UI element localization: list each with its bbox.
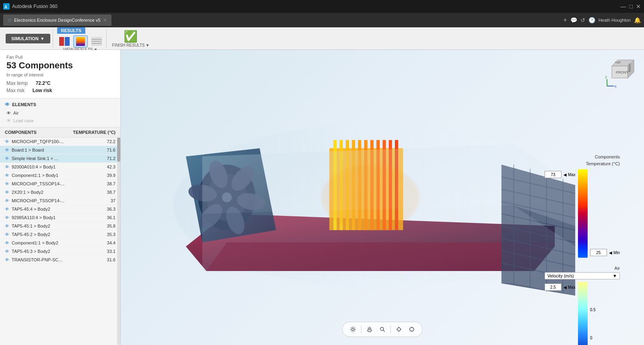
component-row[interactable]: 👁 Component1:1 > Body1 39.9 [0, 171, 120, 180]
summary-title: 53 Components [6, 60, 114, 71]
results-tab[interactable]: RESULTS [57, 27, 86, 34]
finish-results-label: FINISH RESULTS ▼ [112, 43, 150, 47]
velocity-max-input[interactable] [545, 283, 561, 291]
user-name: Heath Houghton [599, 18, 631, 23]
refresh-icon[interactable]: ↺ [580, 17, 585, 23]
clock-icon[interactable]: 🕐 [588, 17, 595, 23]
component-row[interactable]: 👁 Board:1 > Board 71.6 [0, 146, 120, 154]
pan-btn[interactable] [364, 324, 375, 335]
new-tab-btn[interactable]: + [564, 16, 567, 24]
component-row[interactable]: 👁 Simple Heat Sink:1 > ... 71.2 [0, 154, 120, 163]
component-row[interactable]: 👁 TAP5-45:4 > Body2 36.3 [0, 205, 120, 214]
max-risk-value: Low risk [33, 88, 52, 93]
comp-eye-icon: 👁 [5, 148, 9, 152]
elements-eye-icon: 👁 [5, 102, 10, 107]
comp-name-label: TAP5-45:4 > Body2 [12, 207, 50, 212]
comp-eye-icon: 👁 [5, 249, 9, 254]
air-eye-icon: 👁 [6, 111, 11, 115]
element-load-case[interactable]: 👁 Load case [5, 117, 116, 124]
comp-temp: 37 [111, 198, 116, 203]
3d-model [145, 82, 596, 321]
comp-eye-icon: 👁 [5, 240, 9, 245]
result-lines-btn[interactable] [89, 35, 104, 47]
component-row[interactable]: 👁 MICROCHIP_TSSOP14-... 38.7 [0, 180, 120, 188]
component-row[interactable]: 👁 92985A110:4 > Body1 36.1 [0, 214, 120, 222]
maximize-btn[interactable]: □ [630, 3, 633, 10]
velocity-max-label: Max [568, 285, 576, 290]
comp-eye-icon: 👁 [5, 190, 9, 195]
comp-eye-icon: 👁 [5, 164, 9, 169]
nav-cube-svg: FRONT TOP RIGHT X Z [604, 58, 636, 90]
comp-name: 👁 92985A110:4 > Body1 [5, 215, 107, 220]
components-list[interactable]: 👁 MICROCHIP_TQFP100-... 72.2 👁 Board:1 >… [0, 138, 120, 345]
temp-min-row: ◀ Min [590, 249, 620, 256]
minimize-btn[interactable]: — [621, 3, 626, 10]
component-row[interactable]: 👁 TAP5-45:1 > Body2 35.8 [0, 222, 120, 230]
scrollbar-thumb [117, 138, 120, 162]
svg-rect-4 [76, 37, 85, 46]
result-gradient-btn[interactable] [73, 35, 88, 47]
component-row[interactable]: 👁 TAP5-45:3 > Body2 33.1 [0, 247, 120, 256]
component-row[interactable]: 👁 92000A010:4 > Body1 42.3 [0, 163, 120, 171]
elements-header: 👁 ELEMENTS [5, 102, 116, 107]
load-case-label: Load case [13, 118, 34, 123]
comp-temp: 36.1 [107, 215, 116, 220]
display-settings-btn[interactable] [347, 324, 359, 335]
comp-eye-icon: 👁 [5, 257, 9, 262]
temp-max-arrow: ◀ [564, 172, 567, 177]
comp-name: 👁 2X20:1 > Body2 [5, 190, 107, 195]
element-air[interactable]: 👁 Air [5, 110, 116, 116]
magnify-icon [379, 326, 386, 333]
chat-icon[interactable]: 💬 [570, 17, 577, 23]
zoom-btn[interactable] [377, 324, 388, 335]
temp-gradient-bar [578, 169, 588, 258]
more-btn[interactable] [406, 324, 417, 335]
fit-icon [396, 326, 402, 333]
component-row[interactable]: 👁 MICROCHIP_TSSOP14-... 37 [0, 197, 120, 205]
svg-rect-3 [65, 37, 70, 46]
bottom-toolbar [342, 322, 423, 337]
comp-name: 👁 TAP5-45:1 > Body2 [5, 224, 107, 228]
temp-legend-title: Components [545, 154, 620, 159]
component-row[interactable]: 👁 TRANSISTOR-PNP-SC... 31.6 [0, 256, 120, 264]
svg-point-57 [397, 328, 400, 331]
comp-name: 👁 TRANSISTOR-PNP-SC... [5, 257, 107, 262]
velocity-dropdown[interactable]: Velocity (m/s) ▼ [545, 272, 620, 279]
window-controls: — □ ✕ [621, 3, 641, 10]
temp-min-label: Min [613, 251, 620, 255]
component-row[interactable]: 👁 Component1:1 > Body2 34.4 [0, 239, 120, 247]
app-name: Autodesk Fusion 360 [12, 4, 58, 9]
temp-min-input[interactable] [590, 249, 607, 256]
temp-max-input[interactable] [545, 171, 561, 178]
comp-eye-icon: 👁 [5, 215, 9, 220]
component-row[interactable]: 👁 MICROCHIP_TQFP100-... 72.2 [0, 138, 120, 146]
active-tab[interactable]: ⬡ Electronics Enclosure DesignConference… [3, 14, 111, 26]
comp-name: 👁 Board:1 > Board [5, 148, 107, 152]
comp-name: 👁 MICROCHIP_TSSOP14-... [5, 198, 111, 203]
simulation-btn[interactable]: SIMULATION ▼ [6, 34, 50, 43]
component-row[interactable]: 👁 2X20:1 > Body2 38.7 [0, 188, 120, 197]
scrollbar[interactable] [117, 138, 120, 345]
tab-close-btn[interactable]: ✕ [103, 18, 107, 23]
result-color-btn[interactable] [57, 35, 72, 47]
finish-checkmark-icon[interactable]: ✅ [124, 30, 138, 43]
tab-bar: ⬡ Electronics Enclosure DesignConference… [0, 13, 644, 27]
sim-dropdown-arrow: ▼ [40, 36, 45, 41]
comp-name-label: TRANSISTOR-PNP-SC... [12, 257, 62, 262]
comp-name-label: TAP5-45:1 > Body2 [12, 224, 50, 228]
svg-text:FRONT: FRONT [616, 70, 628, 74]
component-row[interactable]: 👁 TAP5-45:2 > Body2 35.3 [0, 230, 120, 239]
comp-eye-icon: 👁 [5, 173, 9, 178]
viewport[interactable]: FRONT TOP RIGHT X Z [121, 50, 644, 345]
fit-btn[interactable] [393, 324, 405, 335]
close-btn[interactable]: ✕ [636, 3, 641, 10]
notifications-icon[interactable]: 🔔 [634, 17, 641, 23]
comp-temp: 72.2 [107, 139, 116, 144]
app-icon: A [3, 3, 10, 10]
components-col-temp: TEMPERATURE (°C) [73, 130, 116, 135]
result-gradient-icon [74, 36, 87, 47]
nav-cube[interactable]: FRONT TOP RIGHT X Z [604, 58, 636, 90]
svg-point-54 [352, 328, 354, 331]
toolbar-divider-1 [361, 325, 361, 333]
results-group: RESULTS [55, 29, 107, 48]
